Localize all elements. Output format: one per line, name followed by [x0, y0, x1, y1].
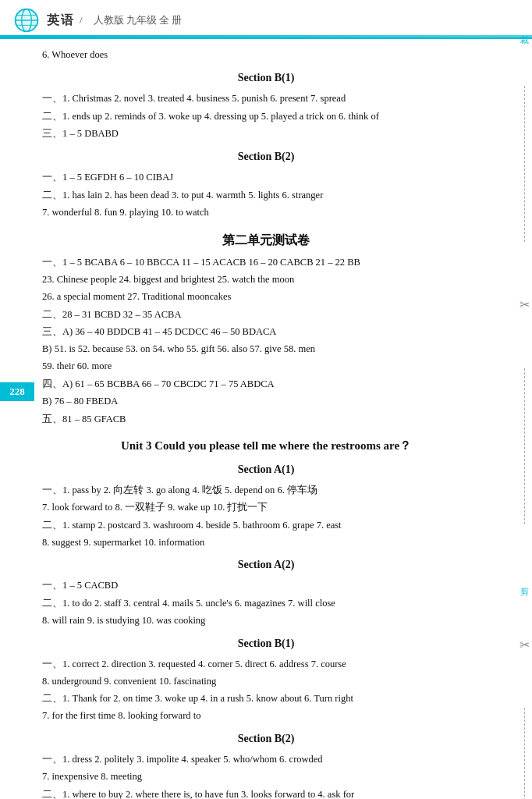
- content-line-14: 三、A) 36 – 40 BDDCB 41 – 45 DCDCC 46 – 50…: [41, 323, 491, 341]
- content-line-10: 一、1 – 5 BCABA 6 – 10 BBCCA 11 – 15 ACACB…: [41, 254, 491, 272]
- header-title: 英语: [47, 12, 75, 29]
- content-line-38: 二、1. where to buy 2. where there is, to …: [41, 786, 491, 799]
- content-line-34: 7. for the first time 8. looking forward…: [41, 708, 491, 725]
- content-line-17: 四、A) 61 – 65 BCBBA 66 – 70 CBCDC 71 – 75…: [41, 375, 491, 393]
- content-line-16: 59. their 60. more: [41, 358, 491, 375]
- content-line-11: 23. Chinese people 24. biggest and brigh…: [41, 272, 491, 289]
- content-line-18: B) 76 – 80 FBEDA: [41, 393, 491, 410]
- content-line-6: 一、1 – 5 EGFDH 6 – 10 CIBAJ: [41, 169, 491, 186]
- content-line-25: 8. suggest 9. supermarket 10. informatio…: [41, 534, 491, 552]
- content-line-26: Section A(2): [41, 556, 491, 574]
- content-line-22: 一、1. pass by 2. 向左转 3. go along 4. 吃饭 5.…: [41, 481, 491, 499]
- content-line-31: 一、1. correct 2. direction 3. requested 4…: [41, 655, 491, 673]
- header-cyan-bar: [0, 35, 532, 37]
- content-line-12: 26. a special moment 27. Traditional moo…: [41, 289, 491, 306]
- content-line-29: 8. will rain 9. is studying 10. was cook…: [41, 613, 491, 630]
- content-line-9: 第二单元测试卷: [41, 229, 491, 250]
- content-line-2: 一、1. Christmas 2. novel 3. treated 4. bu…: [41, 90, 491, 108]
- content-line-23: 7. look forward to 8. 一双鞋子 9. wake up 10…: [41, 499, 491, 517]
- content-line-33: 二、1. Thank for 2. on time 3. woke up 4. …: [41, 690, 491, 708]
- content-line-0: 6. Whoever does: [41, 47, 491, 64]
- content-line-35: Section B(2): [41, 730, 491, 748]
- content-line-13: 二、28 – 31 BCBD 32 – 35 ACBA: [41, 306, 491, 324]
- content-line-32: 8. underground 9. convenient 10. fascina…: [41, 673, 491, 691]
- globe-icon: [12, 6, 41, 34]
- content-line-37: 7. inexpensive 8. meeting: [41, 769, 491, 786]
- content-line-27: 一、1 – 5 CACBD: [41, 577, 491, 595]
- content-line-21: Section A(1): [41, 460, 491, 479]
- content-line-4: 三、1 – 5 DBABD: [41, 125, 491, 143]
- content-line-20: Unit 3 Could you please tell me where th…: [41, 436, 491, 456]
- content-line-3: 二、1. ends up 2. reminds of 3. woke up 4.…: [41, 108, 491, 126]
- header-subtitle: 人教版 九年级 全 册: [94, 13, 183, 27]
- content-line-30: Section B(1): [41, 634, 491, 653]
- content-line-36: 一、1. dress 2. politely 3. impolite 4. sp…: [41, 751, 491, 769]
- content-line-7: 二、1. has lain 2. has been dead 3. to put…: [41, 186, 491, 204]
- content-line-1: Section B(1): [41, 69, 491, 87]
- content-line-15: B) 51. is 52. because 53. on 54. who 55.…: [41, 341, 491, 358]
- content-line-24: 二、1. stamp 2. postcard 3. washroom 4. be…: [41, 517, 491, 534]
- content-line-19: 五、81 – 85 GFACB: [41, 410, 491, 428]
- page-container: 英语 / 人教版 九年级 全 册 228 裁 ✂ 剪 ✂ 线 6. Whoeve…: [0, 0, 532, 799]
- content-line-8: 7. wonderful 8. fun 9. playing 10. to wa…: [41, 204, 491, 222]
- content-line-5: Section B(2): [41, 147, 491, 166]
- content-line-28: 二、1. to do 2. staff 3. central 4. mails …: [41, 595, 491, 613]
- page-number: 228: [0, 382, 34, 401]
- main-content: 6. Whoever doesSection B(1)一、1. Christma…: [0, 39, 532, 799]
- top-header: 英语 / 人教版 九年级 全 册: [0, 0, 532, 39]
